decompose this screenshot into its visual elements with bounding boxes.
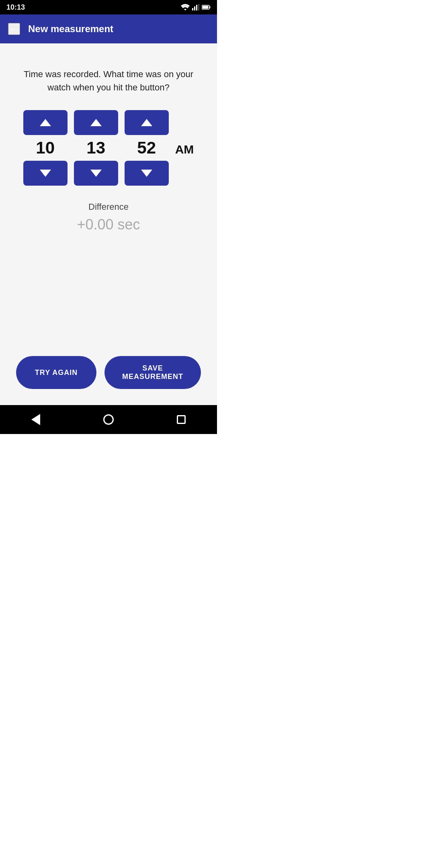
back-nav-icon bbox=[31, 414, 40, 425]
up-arrow-icon bbox=[141, 119, 152, 126]
status-icons bbox=[181, 4, 211, 10]
app-bar-title: New measurement bbox=[28, 23, 113, 35]
svg-rect-2 bbox=[196, 5, 197, 10]
main-content: Time was recorded. What time was on your… bbox=[0, 43, 217, 405]
recents-nav-icon bbox=[177, 415, 186, 424]
save-measurement-button[interactable]: SAVE MEASUREMENT bbox=[104, 356, 201, 389]
seconds-value: 52 bbox=[131, 138, 163, 158]
seconds-up-button[interactable] bbox=[125, 110, 169, 135]
nav-back-button[interactable] bbox=[31, 414, 40, 425]
hours-value: 10 bbox=[29, 138, 61, 158]
difference-section: Difference +0.00 sec bbox=[77, 202, 140, 233]
nav-home-button[interactable] bbox=[103, 414, 114, 425]
time-picker: 10 13 52 AM bbox=[23, 110, 194, 186]
nav-recents-button[interactable] bbox=[177, 415, 186, 424]
down-arrow-icon bbox=[90, 170, 102, 177]
back-button[interactable]: ← bbox=[8, 23, 20, 35]
svg-rect-1 bbox=[194, 6, 195, 10]
app-bar: ← New measurement bbox=[0, 14, 217, 43]
up-arrow-icon bbox=[40, 119, 51, 126]
up-arrow-icon bbox=[90, 119, 102, 126]
wifi-icon bbox=[181, 4, 190, 10]
down-arrow-icon bbox=[141, 170, 152, 177]
hours-down-button[interactable] bbox=[23, 161, 68, 186]
minutes-column: 13 bbox=[74, 110, 118, 186]
home-nav-icon bbox=[103, 414, 114, 425]
battery-icon bbox=[202, 4, 211, 10]
svg-rect-3 bbox=[198, 4, 199, 10]
difference-label: Difference bbox=[88, 202, 129, 212]
minutes-up-button[interactable] bbox=[74, 110, 118, 135]
nav-bar bbox=[0, 405, 217, 434]
signal-icon bbox=[192, 4, 199, 10]
difference-value: +0.00 sec bbox=[77, 216, 140, 233]
minutes-down-button[interactable] bbox=[74, 161, 118, 186]
minutes-value: 13 bbox=[80, 138, 112, 158]
hours-up-button[interactable] bbox=[23, 110, 68, 135]
bottom-buttons: TRY AGAIN SAVE MEASUREMENT bbox=[12, 356, 205, 397]
ampm-label: AM bbox=[175, 139, 194, 156]
hours-column: 10 bbox=[23, 110, 68, 186]
prompt-text: Time was recorded. What time was on your… bbox=[12, 68, 205, 94]
status-bar: 10:13 bbox=[0, 0, 217, 14]
svg-rect-0 bbox=[192, 8, 193, 10]
status-time: 10:13 bbox=[6, 3, 25, 12]
seconds-down-button[interactable] bbox=[125, 161, 169, 186]
try-again-button[interactable]: TRY AGAIN bbox=[16, 356, 96, 389]
down-arrow-icon bbox=[40, 170, 51, 177]
svg-rect-6 bbox=[210, 6, 211, 8]
seconds-column: 52 bbox=[125, 110, 169, 186]
svg-rect-5 bbox=[203, 6, 209, 9]
